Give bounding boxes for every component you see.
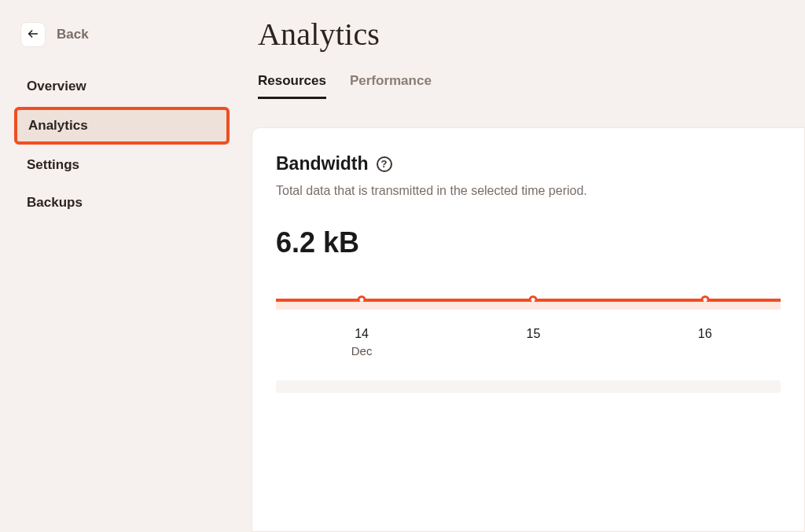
chart-x-label: 14 Dec (351, 325, 373, 359)
x-month: Dec (351, 343, 373, 359)
chart-x-axis: 14 Dec 15 16 (276, 325, 781, 365)
chart-point (358, 295, 366, 304)
help-icon[interactable]: ? (377, 156, 392, 172)
chart-line (276, 299, 781, 302)
tab-performance[interactable]: Performance (350, 73, 432, 99)
sidebar-item-analytics[interactable]: Analytics (14, 107, 230, 145)
x-tick: 15 (527, 327, 541, 340)
tabs: Resources Performance (252, 73, 805, 105)
bandwidth-chart: 14 Dec 15 16 (276, 299, 781, 393)
sidebar-nav: Overview Analytics Settings Backups (0, 69, 244, 220)
chart-x-label: 15 (527, 325, 541, 343)
sidebar-item-overview[interactable]: Overview (14, 69, 230, 104)
chart-point (700, 295, 709, 304)
bandwidth-card: Bandwidth ? Total data that is transmitt… (252, 127, 805, 532)
chart-scrubber[interactable] (276, 380, 781, 393)
main: Analytics Resources Performance Bandwidt… (244, 0, 805, 532)
sidebar: Back Overview Analytics Settings Backups (0, 0, 244, 532)
sidebar-item-settings[interactable]: Settings (14, 148, 230, 182)
back-label[interactable]: Back (57, 27, 89, 42)
x-tick: 16 (698, 327, 712, 340)
chart-point (529, 295, 538, 304)
card-title: Bandwidth (276, 153, 369, 174)
arrow-left-icon (27, 28, 39, 42)
chart-x-label: 16 (698, 325, 712, 343)
back-button[interactable] (20, 22, 46, 47)
card-title-row: Bandwidth ? (276, 153, 781, 174)
bandwidth-metric: 6.2 kB (276, 226, 781, 259)
card-subtitle: Total data that is transmitted in the se… (276, 184, 781, 198)
page-title: Analytics (252, 16, 805, 53)
back-row: Back (0, 16, 244, 69)
x-tick: 14 (355, 327, 369, 340)
sidebar-item-backups[interactable]: Backups (14, 185, 230, 220)
tab-resources[interactable]: Resources (258, 73, 326, 99)
